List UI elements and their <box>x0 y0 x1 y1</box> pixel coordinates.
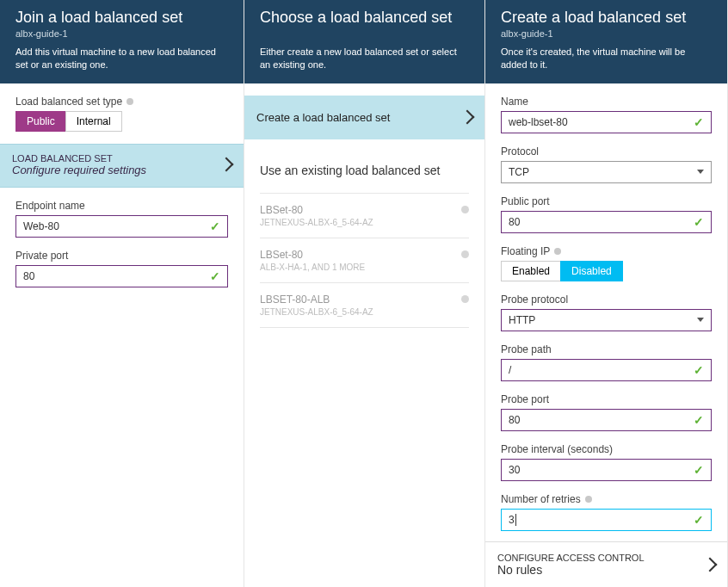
check-icon: ✓ <box>694 363 704 377</box>
protocol-label: Protocol <box>501 145 712 158</box>
retries-label: Number of retries <box>501 493 712 505</box>
floating-enabled[interactable]: Enabled <box>501 261 560 281</box>
lb-type-label: Load balanced set type <box>15 96 228 108</box>
probe-path-input[interactable]: / ✓ <box>501 359 712 381</box>
chevron-right-icon <box>460 110 475 125</box>
probe-port-input[interactable]: 80 ✓ <box>501 409 712 431</box>
floating-ip-label: Floating IP <box>501 245 712 257</box>
check-icon: ✓ <box>694 115 704 129</box>
panel1-title: Join a load balanced set <box>15 9 228 27</box>
probe-interval-value: 30 <box>509 464 520 476</box>
existing-sub: ALB-X-HA-1, AND 1 MORE <box>260 263 365 272</box>
private-port-label: Private port <box>15 250 228 262</box>
choose-lb-panel: Choose a load balanced set Either create… <box>244 0 485 587</box>
panel1-header: Join a load balanced set albx-guide-1 Ad… <box>0 0 244 83</box>
floating-ip-toggle: Enabled Disabled <box>501 261 712 281</box>
probe-interval-label: Probe interval (seconds) <box>501 443 712 455</box>
public-port-input[interactable]: 80 ✓ <box>501 211 712 233</box>
info-icon <box>461 206 469 213</box>
lb-type-internal[interactable]: Internal <box>65 111 122 132</box>
create-lb-label: Create a load balanced set <box>256 111 390 124</box>
existing-name: LBSet-80 <box>260 204 373 216</box>
banner-title: LOAD BALANCED SET <box>12 153 146 164</box>
info-icon <box>461 295 469 303</box>
spacer <box>260 28 469 39</box>
retries-value: 3 <box>509 514 516 526</box>
panel2-title: Choose a load balanced set <box>260 9 469 27</box>
chevron-down-icon <box>697 170 704 174</box>
access-title: CONFIGURE ACCESS CONTROL <box>497 553 645 563</box>
existing-sub: JETNEXUS-ALBX-6_5-64-AZ <box>260 218 373 227</box>
panel1-subtitle: albx-guide-1 <box>15 28 228 39</box>
configure-lb-banner[interactable]: LOAD BALANCED SET Configure required set… <box>0 144 244 188</box>
lb-type-toggle: Public Internal <box>15 111 228 132</box>
chevron-right-icon <box>219 158 234 172</box>
create-lb-banner[interactable]: Create a load balanced set <box>244 96 484 139</box>
list-item[interactable]: LBSET-80-ALB JETNEXUS-ALBX-6_5-64-AZ <box>260 283 469 328</box>
public-port-value: 80 <box>509 216 520 228</box>
check-icon: ✓ <box>210 269 220 283</box>
existing-name: LBSet-80 <box>260 249 365 261</box>
probe-protocol-select[interactable]: HTTP <box>501 309 712 331</box>
floating-disabled[interactable]: Disabled <box>560 261 623 281</box>
probe-interval-input[interactable]: 30 ✓ <box>501 459 712 481</box>
private-port-input[interactable]: 80 ✓ <box>15 265 228 287</box>
probe-path-value: / <box>509 364 511 376</box>
chevron-right-icon <box>703 558 718 572</box>
existing-list: LBSet-80 JETNEXUS-ALBX-6_5-64-AZ LBSet-8… <box>260 193 469 328</box>
probe-port-value: 80 <box>509 414 520 426</box>
panel2-header: Choose a load balanced set Either create… <box>244 0 484 83</box>
use-existing-title: Use an existing load balanced set <box>260 164 469 177</box>
create-lb-panel: Create a load balanced set albx-guide-1 … <box>485 0 728 587</box>
panel1-desc: Add this virtual machine to a new load b… <box>15 46 228 71</box>
check-icon: ✓ <box>694 463 704 477</box>
join-lb-panel: Join a load balanced set albx-guide-1 Ad… <box>0 0 244 587</box>
check-icon: ✓ <box>210 219 220 233</box>
name-input[interactable]: web-lbset-80 ✓ <box>501 111 712 133</box>
check-icon: ✓ <box>694 215 704 229</box>
protocol-select[interactable]: TCP <box>501 161 712 183</box>
chevron-down-icon <box>697 318 704 322</box>
protocol-value: TCP <box>509 166 529 178</box>
lb-type-public[interactable]: Public <box>15 111 65 132</box>
configure-access-control[interactable]: CONFIGURE ACCESS CONTROL No rules <box>485 541 727 587</box>
private-port-value: 80 <box>23 270 34 282</box>
access-subtitle: No rules <box>497 563 645 577</box>
endpoint-name-label: Endpoint name <box>15 200 228 212</box>
probe-protocol-label: Probe protocol <box>501 294 712 306</box>
existing-name: LBSET-80-ALB <box>260 294 373 306</box>
endpoint-name-input[interactable]: Web-80 ✓ <box>15 215 228 238</box>
probe-path-label: Probe path <box>501 343 712 355</box>
panel3-subtitle: albx-guide-1 <box>501 28 712 39</box>
list-item[interactable]: LBSet-80 JETNEXUS-ALBX-6_5-64-AZ <box>260 194 469 238</box>
check-icon: ✓ <box>694 513 704 527</box>
list-item[interactable]: LBSet-80 ALB-X-HA-1, AND 1 MORE <box>260 238 469 283</box>
name-value: web-lbset-80 <box>509 116 568 128</box>
public-port-label: Public port <box>501 195 712 207</box>
panel3-title: Create a load balanced set <box>501 9 712 27</box>
check-icon: ✓ <box>694 413 704 427</box>
retries-input[interactable]: 3 ✓ <box>501 509 712 531</box>
probe-protocol-value: HTTP <box>509 314 535 326</box>
existing-sub: JETNEXUS-ALBX-6_5-64-AZ <box>260 307 373 317</box>
panel3-header: Create a load balanced set albx-guide-1 … <box>485 0 727 83</box>
panel3-desc: Once it's created, the virtual machine w… <box>501 46 712 71</box>
banner-subtitle: Configure required settings <box>12 164 146 176</box>
info-icon <box>461 250 469 258</box>
name-label: Name <box>501 96 712 108</box>
probe-port-label: Probe port <box>501 393 712 405</box>
endpoint-name-value: Web-80 <box>23 220 59 232</box>
panel2-desc: Either create a new load balanced set or… <box>260 46 469 71</box>
